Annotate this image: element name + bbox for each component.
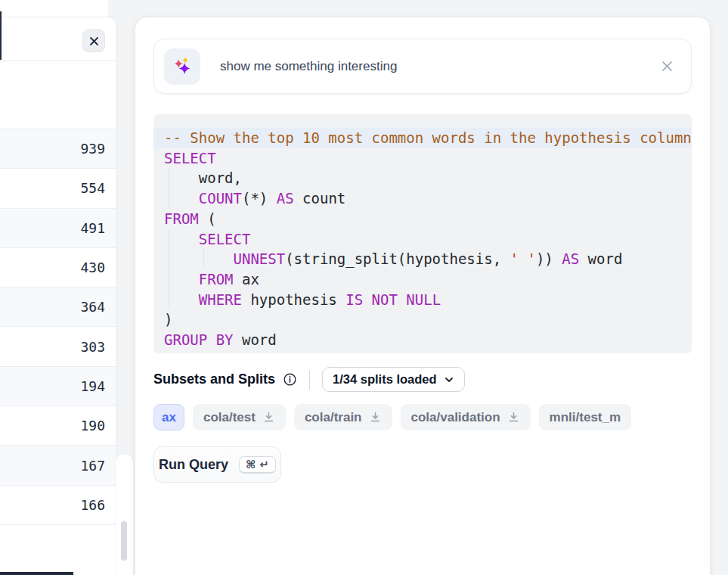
table-row[interactable]: 364 [0, 288, 116, 327]
code-lines: -- Show the top 10 most common words in … [153, 128, 692, 350]
ai-prompt-input[interactable]: show me something interesting [153, 39, 692, 94]
table-row[interactable]: 939 [0, 129, 116, 169]
run-query-button[interactable]: Run Query ⌘↵ [153, 446, 281, 483]
cell-value: 190 [80, 418, 105, 434]
bottom-panel-edge [0, 572, 73, 575]
code-line: ) [153, 309, 692, 330]
sql-editor[interactable]: -- Show the top 10 most common words in … [153, 114, 692, 353]
subsets-and-splits-bar: Subsets and Splits 1/34 splits loaded [153, 367, 692, 392]
cell-value: 939 [80, 141, 105, 157]
splits-loaded-label: 1/34 splits loaded [333, 372, 437, 387]
cmd-key-icon: ⌘ [246, 458, 256, 471]
cell-value: 554 [80, 180, 105, 196]
table-empty-row [0, 61, 116, 129]
split-chip-label: cola/validation [411, 410, 500, 425]
cell-border-fragment [0, 11, 2, 60]
divider [309, 370, 310, 390]
code-line: SELECT [153, 148, 692, 169]
cell-value: 194 [80, 378, 105, 394]
cell-value: 303 [80, 339, 105, 355]
table-row[interactable]: 491 [0, 209, 116, 248]
cell-value: 491 [80, 220, 105, 236]
table-header-row [0, 17, 116, 61]
prompt-query-text[interactable]: show me something interesting [220, 59, 640, 74]
chevron-down-icon [444, 375, 454, 385]
download-icon[interactable] [507, 411, 520, 424]
table-row[interactable]: 190 [0, 406, 116, 446]
download-icon[interactable] [369, 411, 382, 424]
code-line: GROUP BY word [153, 330, 692, 350]
code-line: -- Show the top 10 most common words in … [153, 128, 692, 148]
run-query-label: Run Query [159, 457, 228, 473]
table-row[interactable]: 166 [0, 486, 116, 525]
split-chip-label: ax [162, 410, 176, 425]
code-line: SELECT [153, 229, 692, 250]
table-row[interactable]: 303 [0, 327, 116, 366]
left-table-panel: 939554491430364303194190167166 [0, 17, 117, 575]
enter-key-icon: ↵ [259, 458, 268, 471]
cell-value: 166 [80, 497, 105, 513]
table-row[interactable]: 167 [0, 446, 116, 485]
clear-prompt-button[interactable] [660, 59, 674, 73]
split-chip[interactable]: cola/validation [401, 404, 531, 430]
cell-value: 364 [80, 299, 105, 315]
table-row[interactable]: 554 [0, 169, 116, 208]
table-row[interactable]: 194 [0, 367, 116, 406]
split-chip[interactable]: ax [153, 404, 184, 430]
code-line: FROM ax [153, 269, 692, 290]
split-chips-row: axcola/testcola/traincola/validationmnli… [153, 404, 692, 430]
scrollbar-thumb[interactable] [121, 521, 127, 561]
table-row[interactable]: 430 [0, 248, 116, 288]
close-button[interactable] [82, 30, 105, 52]
cell-value: 167 [80, 458, 105, 474]
close-icon [660, 59, 674, 73]
close-icon [89, 36, 99, 46]
info-icon[interactable] [283, 372, 297, 387]
code-line: COUNT(*) AS count [153, 188, 692, 209]
code-line: word, [153, 168, 692, 188]
splits-loaded-dropdown[interactable]: 1/34 splits loaded [322, 367, 465, 392]
split-chip[interactable]: mnli/test_m [539, 404, 631, 430]
sql-console-panel: show me something interesting -- Show th… [135, 17, 711, 575]
cell-value: 430 [80, 260, 105, 275]
subsets-title: Subsets and Splits [153, 371, 275, 387]
split-chip[interactable]: cola/train [294, 404, 392, 430]
table-top-area [0, 0, 108, 17]
code-line: WHERE hypothesis IS NOT NULL [153, 290, 692, 310]
table-rows: 939554491430364303194190167166 [0, 129, 116, 525]
scrollbar-track [116, 454, 133, 575]
keyboard-shortcut-badge: ⌘↵ [239, 456, 276, 474]
code-line: FROM ( [153, 209, 692, 229]
split-chip-label: cola/train [305, 410, 362, 425]
code-line: UNNEST(string_split(hypothesis, ' ')) AS… [153, 249, 692, 269]
split-chip[interactable]: cola/test [193, 404, 286, 430]
split-chip-label: cola/test [203, 410, 256, 425]
split-chip-label: mnli/test_m [550, 410, 621, 425]
download-icon[interactable] [262, 411, 275, 424]
sparkle-icon [164, 48, 200, 85]
